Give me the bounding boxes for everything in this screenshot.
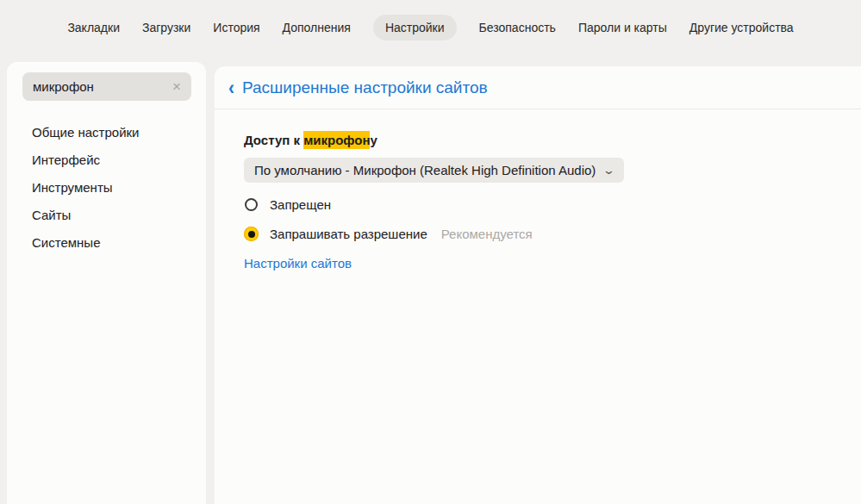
radio-checked-icon[interactable] [244, 227, 259, 241]
tab-passwords-cards[interactable]: Пароли и карты [578, 15, 667, 40]
tab-security[interactable]: Безопасность [479, 15, 556, 40]
radio-unchecked-icon[interactable] [245, 198, 258, 211]
search-input[interactable] [33, 79, 165, 94]
dropdown-selected-value: По умолчанию - Микрофон (Realtek High De… [254, 163, 596, 177]
tab-other-devices[interactable]: Другие устройства [689, 15, 794, 40]
radio-ask-label: Запрашивать разрешение [270, 227, 427, 241]
site-settings-link[interactable]: Настройки сайтов [244, 256, 352, 271]
sidebar-item-tools[interactable]: Инструменты [7, 174, 206, 202]
radio-option-denied[interactable]: Запрещен [244, 197, 861, 212]
microphone-device-dropdown[interactable]: По умолчанию - Микрофон (Realtek High De… [244, 158, 624, 183]
tab-settings[interactable]: Настройки [373, 15, 457, 40]
advanced-site-settings-header: ‹ Расширенные настройки сайтов [215, 66, 861, 109]
chevron-down-icon: ⌄ [602, 165, 615, 176]
settings-tab-bar: Закладки Загрузки История Дополнения Нас… [0, 0, 861, 55]
microphone-access-section: Доступ к микрофону По умолчанию - Микроф… [215, 109, 861, 271]
heading-search-highlight: микрофон [303, 131, 370, 149]
tab-bookmarks[interactable]: Закладки [67, 15, 120, 40]
sidebar-item-general[interactable]: Общие настройки [7, 119, 206, 146]
microphone-access-heading: Доступ к микрофону [244, 133, 861, 147]
sidebar-nav-list: Общие настройки Интерфейс Инструменты Са… [7, 119, 206, 257]
heading-prefix: Доступ к [244, 133, 303, 147]
sidebar-item-sites[interactable]: Сайты [7, 202, 206, 229]
back-icon[interactable]: ‹ [228, 77, 234, 97]
tab-downloads[interactable]: Загрузки [142, 15, 190, 40]
heading-suffix: у [370, 133, 377, 147]
settings-search-box[interactable]: × [22, 72, 191, 101]
tab-history[interactable]: История [213, 15, 259, 40]
recommended-hint: Рекомендуется [441, 227, 533, 241]
radio-denied-label: Запрещен [270, 197, 331, 212]
tab-extensions[interactable]: Дополнения [283, 15, 351, 40]
settings-main-panel: ‹ Расширенные настройки сайтов Доступ к … [215, 66, 861, 504]
page-title[interactable]: Расширенные настройки сайтов [242, 78, 488, 97]
sidebar-item-system[interactable]: Системные [7, 229, 206, 257]
clear-search-icon[interactable]: × [165, 79, 181, 94]
sidebar-item-interface[interactable]: Интерфейс [7, 146, 206, 174]
settings-sidebar: × Общие настройки Интерфейс Инструменты … [7, 62, 206, 504]
radio-option-ask-permission[interactable]: Запрашивать разрешение Рекомендуется [244, 227, 861, 241]
